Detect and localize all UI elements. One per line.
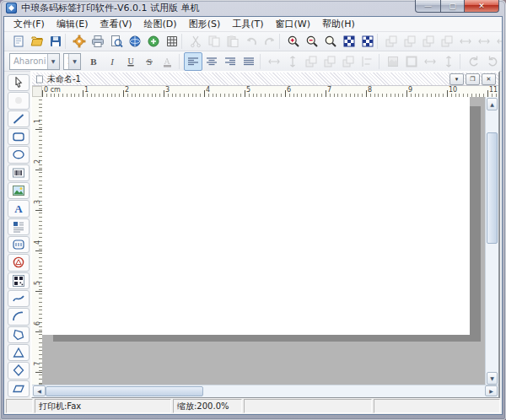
rounded-rectangle-tool-button[interactable] [8,128,30,145]
maximize-button[interactable]: ▢ [441,0,464,13]
menu-item-edit[interactable]: 编辑(E) [51,17,94,31]
bold-button[interactable]: B [84,52,103,71]
zoom-out-button[interactable] [303,32,321,51]
scroll-left-button[interactable]: ◀ [33,385,46,396]
align-objects-button[interactable] [456,32,475,51]
design-canvas[interactable] [42,97,486,385]
center-horizontal-icon [477,35,491,48]
font-size-select[interactable]: 12▼ [63,53,81,70]
align-edges-button[interactable] [358,52,376,71]
vertical-scroll-thumb[interactable] [487,132,498,244]
menu-item-draw[interactable]: 绘图(D) [138,17,183,31]
parallelogram-tool-button[interactable] [8,380,30,397]
close-button[interactable]: ✕ [464,0,499,13]
space-evenly-vertical-button[interactable] [283,52,302,71]
underline-button[interactable]: U [121,52,140,71]
text-tool-button[interactable]: A [8,200,30,217]
document-title-bar[interactable]: 未命名-1 [32,73,498,86]
same-width-button[interactable] [421,52,439,71]
rotate-right-button[interactable] [483,52,502,71]
grid-settings-button[interactable] [163,32,181,51]
align-center-button[interactable] [202,52,221,71]
qr-code-tool-button[interactable] [8,272,30,289]
scroll-down-button[interactable]: ▼ [487,372,498,385]
equal-size-button[interactable] [339,52,358,71]
title-bar[interactable]: 中琅条码标签打印软件-V6.0.1 试用版 单机 —▢✕ [0,0,506,16]
fill-style-button[interactable] [384,52,402,71]
view-mode-1-button[interactable] [340,32,358,51]
vertical-scrollbar[interactable]: ▲ ▼ [485,97,498,385]
ellipse-tool-button[interactable] [8,146,30,163]
menu-item-tools[interactable]: 工具(T) [226,17,269,31]
menu-item-window[interactable]: 窗口(W) [270,17,316,31]
zoom-actual-button[interactable] [321,32,340,51]
ungroup-button[interactable] [438,32,456,51]
print-setup-button[interactable] [70,32,89,51]
space-evenly-horizontal-button[interactable] [265,52,283,71]
rich-text-tool-button[interactable] [8,218,30,235]
font-name-value: Aharoni [13,57,46,66]
open-file-button[interactable] [28,32,46,51]
barcode-tool-button[interactable] [8,164,30,181]
line-tool-button[interactable] [8,110,30,127]
font-name-select[interactable]: Aharoni▼ [9,53,60,70]
diamond-tool-button[interactable] [8,362,30,379]
image-tool-button[interactable] [8,182,30,199]
label-page[interactable] [42,97,470,335]
align-right-icon [223,55,237,68]
scroll-right-button[interactable]: ▶ [485,385,498,396]
redo-button[interactable] [261,32,279,51]
menu-item-file[interactable]: 文件(F) [8,17,51,31]
equal-width-button[interactable] [302,52,320,71]
database-import-button[interactable] [144,32,163,51]
save-button[interactable] [46,32,65,51]
horizontal-scrollbar[interactable]: ◀ ▶ [32,385,498,397]
center-vertical-button[interactable] [493,32,503,51]
horizontal-scroll-thumb[interactable] [46,386,203,396]
paste-button[interactable] [223,32,242,51]
status-bar: 打印机:Fax 缩放:200.0% [4,398,502,414]
equal-height-button[interactable] [320,52,339,71]
strikethrough-button[interactable]: S [140,52,159,71]
status-printer: 打印机:Fax [35,399,171,413]
bring-to-front-button[interactable] [382,32,401,51]
polygon-tool-button[interactable] [8,326,30,343]
pan-tool-button[interactable] [8,92,30,109]
arc-tool-button[interactable] [8,308,30,325]
italic-button[interactable]: I [103,52,121,71]
same-height-button[interactable] [439,52,458,71]
cut-button[interactable] [186,32,205,51]
menu-item-view[interactable]: 查看(V) [94,17,137,31]
align-justify-button[interactable] [240,52,258,71]
text-frame-tool-button[interactable] [8,236,30,253]
print-button[interactable] [89,32,107,51]
border-style-button[interactable] [402,52,421,71]
seal-tool-button[interactable] [8,254,30,271]
zoom-in-button[interactable] [284,32,303,51]
group-button[interactable] [419,32,438,51]
view-mode-2-button[interactable] [358,32,377,51]
align-left-button[interactable] [184,52,202,71]
doc-close-button[interactable]: ✕ [482,73,496,85]
new-document-button[interactable] [9,32,28,51]
curve-tool-button[interactable] [8,290,30,307]
ruler-tick [83,90,83,97]
font-color-button[interactable]: A [159,52,177,71]
select-tool-button[interactable] [8,74,30,91]
send-to-back-button[interactable] [401,32,419,51]
undo-button[interactable] [242,32,261,51]
menu-item-shape[interactable]: 图形(S) [183,17,227,31]
print-preview-button[interactable] [107,32,126,51]
ruler-label: 5 [34,278,41,288]
doc-restore-button[interactable]: ❐ [466,73,480,85]
triangle-tool-button[interactable] [8,344,30,361]
copy-button[interactable] [205,32,223,51]
rotate-left-button[interactable] [465,52,483,71]
doc-minimize-button[interactable]: ▾ [449,73,464,85]
minimize-button[interactable]: — [415,0,441,13]
scroll-up-button[interactable]: ▲ [487,98,498,110]
menu-item-help[interactable]: 帮助(H) [316,17,361,31]
center-horizontal-button[interactable] [475,32,493,51]
database-connect-button[interactable] [126,32,144,51]
align-right-button[interactable] [221,52,240,71]
